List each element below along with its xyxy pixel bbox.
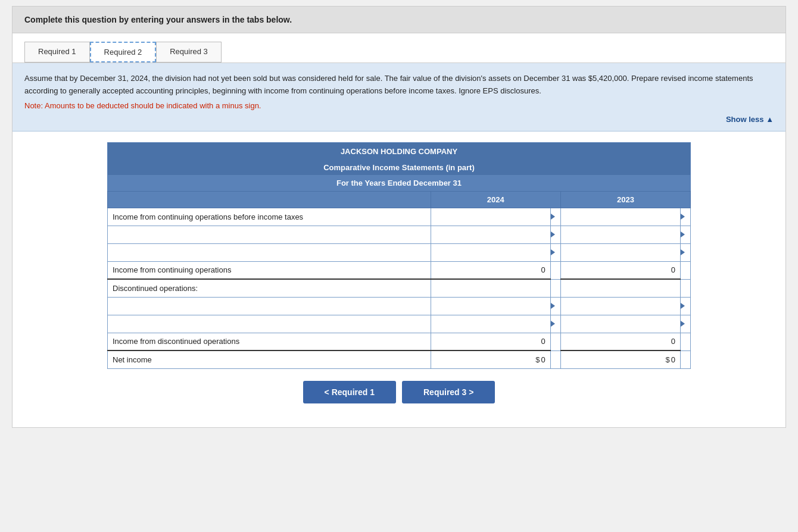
row-6-field-2023[interactable] <box>561 298 680 315</box>
table-row <box>108 315 691 333</box>
tab-required-3[interactable]: Required 3 <box>156 42 222 62</box>
row-8-label: Income from discontinued operations <box>108 333 431 351</box>
row-6-label-field[interactable] <box>113 302 426 311</box>
tabs-area: Required 1 Required 2 Required 3 <box>13 33 785 63</box>
instructions-note: Note: Amounts to be deducted should be i… <box>24 101 774 110</box>
row-2-input-2024[interactable] <box>431 226 550 243</box>
table-row: Income from continuing operations 0 0 <box>108 261 691 279</box>
table-row <box>108 243 691 261</box>
row-5-label: Discontinued operations: <box>108 279 431 297</box>
table-subtitle: Comparative Income Statements (in part) <box>108 160 691 175</box>
row-3-arrow-2024 <box>550 243 560 261</box>
header-bar: Complete this question by entering your … <box>13 7 785 33</box>
row-2-label-field[interactable] <box>113 230 426 239</box>
col-2023-header: 2023 <box>560 191 690 208</box>
row-7-arrow-2023 <box>680 315 690 333</box>
row-1-arrow-2024 <box>550 208 560 226</box>
row-7-arrow-2024 <box>550 315 560 333</box>
row-3-field-2023[interactable] <box>561 244 680 261</box>
table-period: For the Years Ended December 31 <box>108 175 691 192</box>
col-2024-header: 2024 <box>431 191 560 208</box>
show-less-link[interactable]: Show less ▲ <box>726 115 774 124</box>
row-7-field-2023[interactable] <box>561 315 680 333</box>
table-row: Net income $ 0 $ 0 <box>108 351 691 368</box>
table-title-row: JACKSON HOLDING COMPANY <box>108 142 691 160</box>
row-7-input-2024[interactable] <box>431 315 550 333</box>
header-text: Complete this question by entering your … <box>24 15 292 24</box>
table-row <box>108 226 691 243</box>
tabs-row: Required 1 Required 2 Required 3 <box>24 42 774 62</box>
row-2-field-2024[interactable] <box>431 226 550 243</box>
row-3-input-2023[interactable] <box>560 243 680 261</box>
row-9-label: Net income <box>108 351 431 368</box>
row-7-input-2023[interactable] <box>560 315 680 333</box>
row-1-arrow-2023 <box>680 208 690 226</box>
row-3-label[interactable] <box>108 243 431 261</box>
row-8-val-2023: 0 <box>560 333 680 351</box>
row-3-field-2024[interactable] <box>431 244 550 261</box>
row-6-field-2024[interactable] <box>431 298 550 315</box>
row-1-field-2024[interactable] <box>431 208 550 226</box>
row-2-arrow-2024 <box>550 226 560 243</box>
next-button[interactable]: Required 3 > <box>402 381 495 403</box>
table-title: JACKSON HOLDING COMPANY <box>108 142 691 160</box>
instructions-body: Assume that by December 31, 2024, the di… <box>24 73 774 98</box>
row-6-arrow-2024 <box>550 297 560 315</box>
row-2-field-2023[interactable] <box>561 226 680 243</box>
tab-required-1[interactable]: Required 1 <box>24 42 90 62</box>
row-2-arrow-2023 <box>680 226 690 243</box>
row-7-label-field[interactable] <box>113 320 426 328</box>
row-5-val-2023 <box>560 279 680 297</box>
table-row <box>108 297 691 315</box>
col-header-row: 2024 2023 <box>108 191 691 208</box>
show-less-area[interactable]: Show less ▲ <box>24 115 774 124</box>
row-1-field-2023[interactable] <box>561 208 680 226</box>
dollar-sign-2023: $ <box>665 355 669 364</box>
row-2-input-2023[interactable] <box>560 226 680 243</box>
row-6-arrow-2023 <box>680 297 690 315</box>
table-period-row: For the Years Ended December 31 <box>108 175 691 192</box>
table-row: Income from discontinued operations 0 0 <box>108 333 691 351</box>
row-1-input-2023[interactable] <box>560 208 680 226</box>
row-1-input-2024[interactable] <box>431 208 550 226</box>
row-4-label: Income from continuing operations <box>108 261 431 279</box>
row-7-field-2024[interactable] <box>431 315 550 333</box>
row-2-label[interactable] <box>108 226 431 243</box>
row-3-label-field[interactable] <box>113 248 426 257</box>
dollar-sign-2024: $ <box>535 355 540 364</box>
row-9-val-2024: $ 0 <box>431 351 550 368</box>
row-7-label[interactable] <box>108 315 431 333</box>
table-row: Income from continuing operations before… <box>108 208 691 226</box>
row-9-val-2023: $ 0 <box>560 351 680 368</box>
table-area: JACKSON HOLDING COMPANY Comparative Inco… <box>13 132 785 427</box>
table-row: Discontinued operations: <box>108 279 691 297</box>
row-4-val-2023: 0 <box>560 261 680 279</box>
row-4-val-2024: 0 <box>431 261 550 279</box>
nav-buttons: < Required 1 Required 3 > <box>24 381 774 415</box>
row-8-val-2024: 0 <box>431 333 550 351</box>
row-3-arrow-2023 <box>680 243 690 261</box>
row-6-input-2024[interactable] <box>431 297 550 315</box>
col-label-header <box>108 191 431 208</box>
table-subtitle-row: Comparative Income Statements (in part) <box>108 160 691 175</box>
row-6-label[interactable] <box>108 297 431 315</box>
row-3-input-2024[interactable] <box>431 243 550 261</box>
row-1-label: Income from continuing operations before… <box>108 208 431 226</box>
instructions-area: Assume that by December 31, 2024, the di… <box>13 63 785 132</box>
prev-button[interactable]: < Required 1 <box>303 381 396 403</box>
page-container: Complete this question by entering your … <box>12 6 786 428</box>
row-5-val-2024 <box>431 279 550 297</box>
income-table: JACKSON HOLDING COMPANY Comparative Inco… <box>107 142 691 369</box>
row-6-input-2023[interactable] <box>560 297 680 315</box>
tab-required-2[interactable]: Required 2 <box>90 42 157 62</box>
